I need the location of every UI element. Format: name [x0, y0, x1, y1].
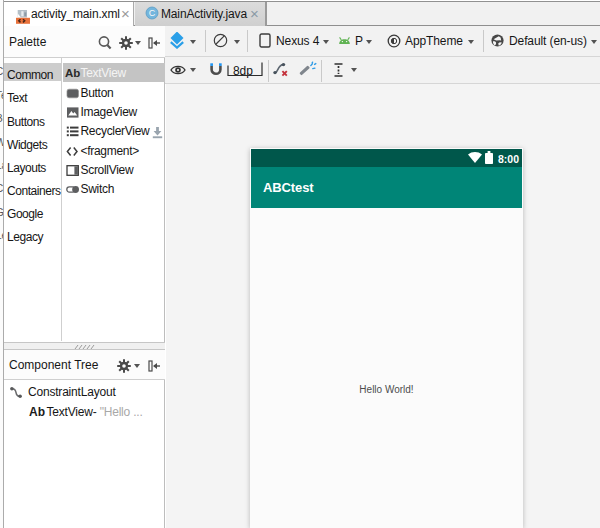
svg-text:C: C	[149, 8, 156, 18]
